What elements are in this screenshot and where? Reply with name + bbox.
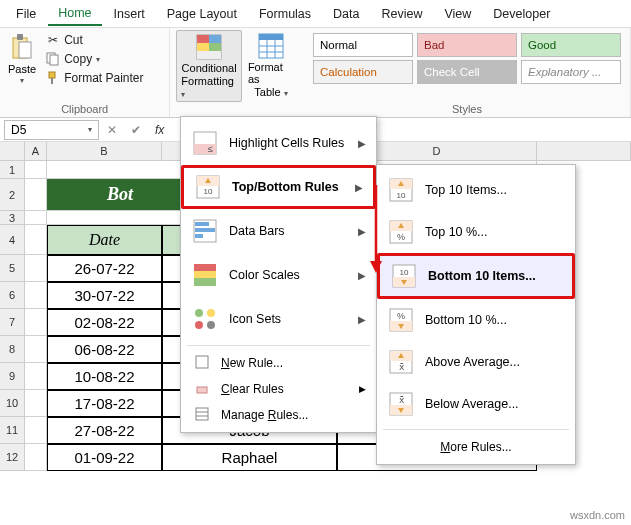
menu-new-rule[interactable]: New Rule...: [181, 350, 376, 376]
svg-point-32: [195, 309, 203, 317]
bottom10-percent-icon: %: [387, 306, 415, 334]
row-5[interactable]: 5: [0, 255, 25, 282]
manage-rules-icon: [195, 407, 211, 423]
svg-rect-27: [195, 228, 215, 232]
row-2[interactable]: 2: [0, 179, 25, 211]
icon-sets-icon: [191, 305, 219, 333]
format-as-table-label2: Table: [254, 86, 280, 98]
cell-b12: 01-09-22: [47, 444, 162, 471]
svg-rect-2: [19, 42, 31, 58]
style-calculation[interactable]: Calculation: [313, 60, 413, 84]
fx-icon: fx: [151, 123, 168, 137]
copy-button[interactable]: Copy ▾: [42, 51, 147, 67]
svg-rect-1: [17, 34, 23, 40]
submenu-top-10-percent[interactable]: % Top 10 %...: [377, 211, 575, 253]
conditional-formatting-label1: Conditional: [182, 62, 237, 74]
cell-b10: 17-08-22: [47, 390, 162, 417]
paste-button[interactable]: Paste ▾: [6, 30, 38, 87]
submenu-above-average[interactable]: x̄ Above Average...: [377, 341, 575, 383]
menu-color-scales[interactable]: Color Scales ▶: [181, 253, 376, 297]
row-8[interactable]: 8: [0, 336, 25, 363]
tab-insert[interactable]: Insert: [104, 3, 155, 25]
copy-icon: [46, 52, 60, 66]
row-12[interactable]: 12: [0, 444, 25, 471]
menu-data-bars[interactable]: Data Bars ▶: [181, 209, 376, 253]
submenu-b10i-label: Bottom 10 Items...: [428, 269, 536, 283]
row-3[interactable]: 3: [0, 211, 25, 225]
paste-label: Paste: [8, 63, 36, 75]
svg-text:10: 10: [397, 191, 406, 200]
submenu-more-rules[interactable]: More Rules...: [377, 434, 575, 460]
menu-clear-rules[interactable]: Clear Rules ▶: [181, 376, 376, 402]
style-good[interactable]: Good: [521, 33, 621, 57]
data-bars-icon: [191, 217, 219, 245]
conditional-formatting-label2: Formatting: [181, 75, 234, 87]
top10-items-icon: 10: [387, 176, 415, 204]
chevron-down-icon: ▾: [181, 90, 185, 99]
tab-developer[interactable]: Developer: [483, 3, 560, 25]
menu-top-bottom-rules[interactable]: 10 Top/Bottom Rules ▶: [181, 165, 376, 209]
row-4[interactable]: 4: [0, 225, 25, 255]
menu-manage-rules[interactable]: Manage Rules...: [181, 402, 376, 428]
style-normal[interactable]: Normal: [313, 33, 413, 57]
col-b[interactable]: B: [47, 142, 162, 160]
row-6[interactable]: 6: [0, 282, 25, 309]
new-rule-icon: [195, 355, 211, 371]
submenu-below-average[interactable]: x̄ Below Average...: [377, 383, 575, 425]
tab-file[interactable]: File: [6, 3, 46, 25]
svg-point-35: [207, 321, 215, 329]
cancel-icon: ✕: [103, 123, 121, 137]
svg-text:10: 10: [204, 187, 213, 196]
style-explanatory[interactable]: Explanatory ...: [521, 60, 621, 84]
format-as-table-button[interactable]: Format as Table ▾: [244, 30, 298, 100]
submenu-bottom-10-percent[interactable]: % Bottom 10 %...: [377, 299, 575, 341]
svg-rect-31: [194, 278, 216, 286]
svg-point-34: [195, 321, 203, 329]
table-icon: [257, 32, 285, 60]
tab-page-layout[interactable]: Page Layout: [157, 3, 247, 25]
submenu-b10p-label: Bottom 10 %...: [425, 313, 507, 327]
chevron-right-icon: ▶: [358, 314, 366, 325]
tab-view[interactable]: View: [434, 3, 481, 25]
submenu-bottom-10-items[interactable]: 10 Bottom 10 Items...: [377, 253, 575, 299]
submenu-top-10-items[interactable]: 10 Top 10 Items...: [377, 169, 575, 211]
tab-formulas[interactable]: Formulas: [249, 3, 321, 25]
row-9[interactable]: 9: [0, 363, 25, 390]
cell-styles-gallery[interactable]: Normal Bad Good Calculation Check Cell E…: [310, 30, 624, 87]
row-11[interactable]: 11: [0, 417, 25, 444]
select-all-corner[interactable]: [0, 142, 25, 160]
brush-icon: [46, 71, 60, 85]
col-e[interactable]: [537, 142, 631, 160]
style-check-cell[interactable]: Check Cell: [417, 60, 517, 84]
col-a[interactable]: A: [25, 142, 47, 160]
tab-review[interactable]: Review: [371, 3, 432, 25]
menu-highlight-cells-rules[interactable]: ≤ Highlight Cells Rules ▶: [181, 121, 376, 165]
svg-text:%: %: [397, 232, 405, 242]
chevron-down-icon: ▾: [284, 89, 288, 98]
cell-b11: 27-08-22: [47, 417, 162, 444]
conditional-formatting-button[interactable]: Conditional Formatting ▾: [176, 30, 242, 102]
format-painter-button[interactable]: Format Painter: [42, 70, 147, 86]
menu-cs-label: Color Scales: [229, 268, 300, 282]
row-7[interactable]: 7: [0, 309, 25, 336]
cut-button[interactable]: ✂ Cut: [42, 32, 147, 48]
name-box[interactable]: D5 ▾: [4, 120, 99, 140]
copy-label: Copy: [64, 52, 92, 66]
tab-home[interactable]: Home: [48, 2, 101, 26]
row-10[interactable]: 10: [0, 390, 25, 417]
tab-data[interactable]: Data: [323, 3, 369, 25]
svg-text:10: 10: [400, 268, 409, 277]
bottom10-items-icon: 10: [390, 262, 418, 290]
formula-bar[interactable]: ✕ ✔ fx: [103, 123, 168, 137]
style-bad[interactable]: Bad: [417, 33, 517, 57]
ribbon: Paste ▾ ✂ Cut Copy ▾ Format Painter: [0, 28, 631, 118]
svg-rect-5: [49, 72, 55, 78]
menu-icon-sets[interactable]: Icon Sets ▶: [181, 297, 376, 341]
row-1[interactable]: 1: [0, 161, 25, 179]
group-clipboard: Paste ▾ ✂ Cut Copy ▾ Format Painter: [0, 28, 170, 117]
chevron-right-icon: ▶: [355, 182, 363, 193]
chevron-right-icon: ▶: [358, 226, 366, 237]
cell-c12: Raphael: [162, 444, 337, 471]
conditional-formatting-icon: [195, 33, 223, 61]
submenu-below-label: Below Average...: [425, 397, 519, 411]
